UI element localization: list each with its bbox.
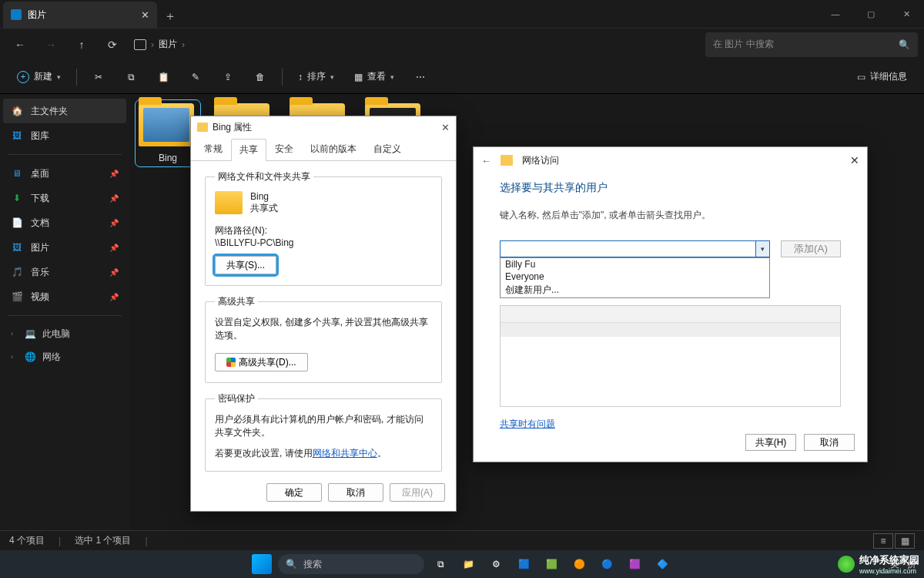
dialog-header[interactable]: ← 网络访问 ✕ <box>474 147 867 173</box>
trash-icon: 🗑 <box>256 72 265 82</box>
tab-share[interactable]: 共享 <box>231 139 266 161</box>
chevron-right-icon: › <box>182 39 185 50</box>
refresh-button[interactable]: ⟳ <box>99 32 126 57</box>
tab-general[interactable]: 常规 <box>196 138 231 160</box>
cut-button[interactable]: ✂ <box>85 65 112 89</box>
share-button[interactable]: ⇪ <box>214 65 242 89</box>
advanced-share-button[interactable]: 高级共享(D)... <box>215 353 308 371</box>
back-button[interactable]: ← <box>6 32 34 57</box>
dialog-title: 网络访问 <box>522 154 559 167</box>
taskbar-app[interactable]: 🔵 <box>595 553 618 576</box>
details-pane-button[interactable]: ▭ 详细信息 <box>849 65 915 89</box>
paste-button[interactable]: 📋 <box>149 65 177 89</box>
network-icon: 🌐 <box>25 351 36 362</box>
sidebar-item-home[interactable]: 🏠主文件夹 <box>3 99 126 123</box>
dialog-title-bar[interactable]: Bing 属性 ✕ <box>191 116 456 138</box>
maximize-button[interactable]: ▢ <box>853 0 889 28</box>
tab-previous-versions[interactable]: 以前的版本 <box>302 138 365 160</box>
dialog-tabs: 常规 共享 安全 以前的版本 自定义 <box>191 138 456 161</box>
permission-list[interactable] <box>500 305 841 407</box>
minimize-button[interactable]: — <box>818 0 853 28</box>
back-icon[interactable]: ← <box>481 155 491 166</box>
up-button[interactable]: ↑ <box>68 32 95 57</box>
tab-customize[interactable]: 自定义 <box>365 138 410 160</box>
task-view-button[interactable]: ⧉ <box>429 553 452 576</box>
apply-button[interactable]: 应用(A) <box>390 483 445 502</box>
copy-button[interactable]: ⧉ <box>117 65 145 89</box>
copy-icon: ⧉ <box>128 72 135 82</box>
dropdown-option[interactable]: Everyone <box>500 271 769 283</box>
sidebar-item-gallery[interactable]: 🖼图库 <box>3 123 126 148</box>
user-input[interactable] <box>500 240 770 257</box>
network-center-link[interactable]: 网络和共享中心 <box>313 448 377 459</box>
taskbar-app[interactable]: 🟦 <box>512 553 535 576</box>
search-input[interactable]: 在 图片 中搜索 🔍 <box>705 32 918 57</box>
sort-button[interactable]: ↕ 排序 ▾ <box>290 65 342 89</box>
share-icon: ⇪ <box>224 72 232 82</box>
shield-icon <box>226 358 236 367</box>
sidebar-item-thispc[interactable]: ›💻此电脑 <box>3 322 126 345</box>
ok-button[interactable]: 确定 <box>266 483 322 502</box>
breadcrumb[interactable]: › 图片 › <box>129 38 702 51</box>
pin-icon: 📌 <box>109 244 119 252</box>
taskbar-app[interactable]: 🟪 <box>623 553 646 576</box>
chevron-down-icon: ▾ <box>390 73 394 81</box>
pin-icon: 📌 <box>109 170 119 178</box>
cancel-button[interactable]: 取消 <box>328 483 383 502</box>
dropdown-option[interactable]: Billy Fu <box>500 258 769 271</box>
new-button[interactable]: + 新建 ▾ <box>9 65 69 89</box>
folder-bing[interactable]: Bing <box>139 103 197 163</box>
close-window-button[interactable]: ✕ <box>889 0 924 28</box>
rename-icon: ✎ <box>192 72 199 82</box>
delete-button[interactable]: 🗑 <box>246 65 274 89</box>
taskbar-app[interactable]: 🔷 <box>651 553 674 576</box>
taskbar-app[interactable]: 🟠 <box>567 553 591 576</box>
taskbar-app[interactable]: ⚙ <box>484 553 507 576</box>
cancel-button[interactable]: 取消 <box>804 434 855 451</box>
desktop-icon: 🖥 <box>11 167 23 180</box>
search-icon: 🔍 <box>286 559 297 570</box>
sidebar-item-downloads[interactable]: ⬇下载📌 <box>3 186 126 210</box>
share-button[interactable]: 共享(S)... <box>215 256 276 274</box>
start-button[interactable] <box>250 553 273 576</box>
system-tray[interactable]: ˄ 英 拼 <box>878 558 916 571</box>
sidebar-item-desktop[interactable]: 🖥桌面📌 <box>3 161 126 186</box>
share-folder-icon <box>500 155 513 166</box>
sidebar-item-network[interactable]: ›🌐网络 <box>3 345 126 368</box>
problems-link[interactable]: 共享时有问题 <box>500 418 841 431</box>
rename-button[interactable]: ✎ <box>182 65 209 89</box>
chevron-up-icon[interactable]: ˄ <box>878 559 882 570</box>
sidebar-item-pictures[interactable]: 🖼图片📌 <box>3 235 126 260</box>
paste-icon: 📋 <box>158 72 169 82</box>
sidebar: 🏠主文件夹 🖼图库 🖥桌面📌 ⬇下载📌 📄文档📌 🖼图片📌 🎵音乐📌 🎬视频📌 … <box>0 94 129 530</box>
item-count: 4 个项目 <box>9 534 45 547</box>
view-button[interactable]: ▦ 查看 ▾ <box>346 65 402 89</box>
close-button[interactable]: ✕ <box>850 154 859 166</box>
new-tab-button[interactable]: ＋ <box>157 5 183 28</box>
dropdown-arrow-icon[interactable]: ▾ <box>755 241 769 257</box>
pictures-icon: 🖼 <box>11 241 23 254</box>
sidebar-item-videos[interactable]: 🎬视频📌 <box>3 284 126 309</box>
taskbar-app[interactable]: 🟩 <box>540 553 563 576</box>
view-list-button[interactable]: ≡ <box>873 533 893 549</box>
close-button[interactable]: ✕ <box>441 122 450 133</box>
active-tab[interactable]: 图片 ✕ <box>3 2 157 28</box>
user-combobox[interactable]: ▾ Billy Fu Everyone 创建新用户... <box>500 240 770 257</box>
taskbar-app[interactable]: 📁 <box>457 553 480 576</box>
forward-button[interactable]: → <box>37 32 65 57</box>
dropdown-option[interactable]: 创建新用户... <box>500 283 769 297</box>
taskbar: 🔍搜索 ⧉ 📁 ⚙ 🟦 🟩 🟠 🔵 🟪 🔷 ˄ 英 拼 <box>0 550 924 578</box>
gallery-icon: 🖼 <box>11 129 23 142</box>
dialog-heading: 选择要与其共享的用户 <box>500 181 841 195</box>
crumb-pictures[interactable]: 图片 <box>159 38 177 51</box>
close-tab-icon[interactable]: ✕ <box>141 9 149 21</box>
more-button[interactable]: ⋯ <box>407 65 434 89</box>
tab-security[interactable]: 安全 <box>266 138 302 160</box>
add-button[interactable]: 添加(A) <box>781 240 841 257</box>
sidebar-item-music[interactable]: 🎵音乐📌 <box>3 260 126 284</box>
chevron-down-icon: ▾ <box>57 73 61 81</box>
sidebar-item-documents[interactable]: 📄文档📌 <box>3 210 126 235</box>
taskbar-search[interactable]: 🔍搜索 <box>278 554 424 574</box>
share-confirm-button[interactable]: 共享(H) <box>745 434 796 451</box>
view-grid-button[interactable]: ▦ <box>895 533 915 549</box>
